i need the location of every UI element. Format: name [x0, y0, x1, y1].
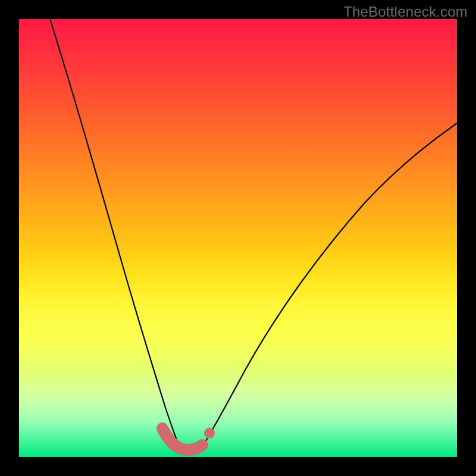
bottleneck-curve-left: [50, 19, 181, 449]
bottleneck-curve-right: [201, 123, 457, 449]
watermark-text: TheBottleneck.com: [343, 4, 468, 20]
sweet-spot-highlight: [162, 428, 202, 450]
chart-frame: TheBottleneck.com: [0, 0, 476, 476]
highlight-end-dot: [204, 428, 215, 439]
curve-overlay: [19, 19, 457, 457]
plot-area: [19, 19, 457, 457]
